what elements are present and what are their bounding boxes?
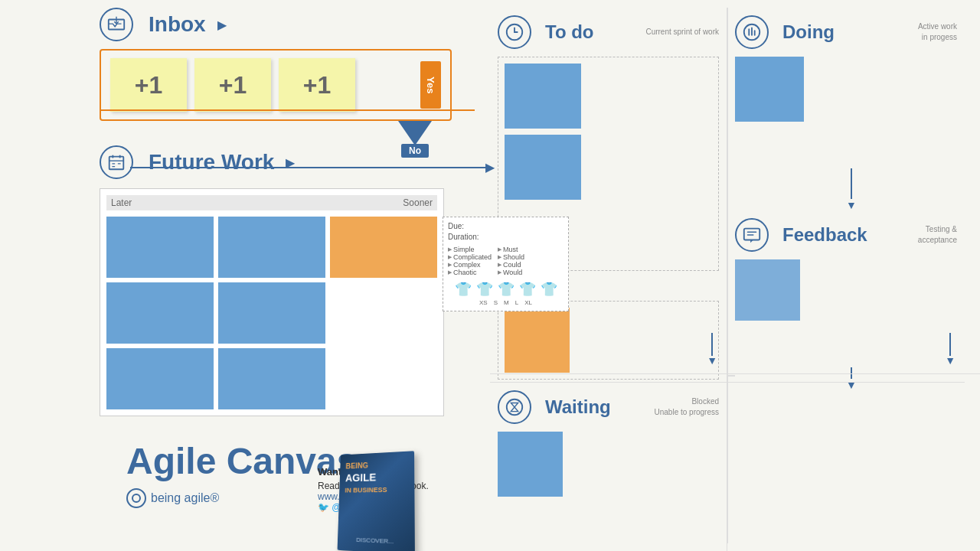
waiting-icon xyxy=(498,390,531,424)
being-agile-logo xyxy=(126,488,146,508)
future-work-icon xyxy=(100,145,133,179)
kanban-h-divider xyxy=(490,373,980,374)
future-card-6[interactable] xyxy=(218,348,325,409)
todo-card-2[interactable] xyxy=(505,135,581,200)
inbox-arrow: ▶ xyxy=(217,18,227,32)
todo-down-arrow: ▼ xyxy=(707,333,717,367)
svg-rect-6 xyxy=(744,229,760,240)
being-agile-text: being agile® xyxy=(151,491,219,505)
future-card-empty xyxy=(330,282,437,344)
doing-feedback-arrow: ▼ xyxy=(846,168,857,211)
h-divider xyxy=(727,375,735,377)
todo-empty-space xyxy=(587,64,712,129)
inbox-card-2[interactable]: +1 xyxy=(194,58,271,112)
future-work-arrow: ▶ xyxy=(286,155,295,170)
future-work-title: Future Work xyxy=(149,150,274,174)
sooner-label: Sooner xyxy=(403,197,433,208)
feedback-card[interactable] xyxy=(735,259,800,321)
tooltip-card: Due: Duration: ▶Simple ▶Complicated ▶Com… xyxy=(443,217,569,311)
future-card-orange-1[interactable]: Due: Duration: ▶Simple ▶Complicated ▶Com… xyxy=(330,217,437,278)
inbox-card-1[interactable]: +1 xyxy=(110,58,187,112)
doing-card[interactable] xyxy=(735,57,804,122)
svg-rect-1 xyxy=(109,157,124,170)
kanban-v-divider xyxy=(727,8,728,543)
feedback-done-arrow: ▼ xyxy=(846,367,857,391)
future-card-4[interactable] xyxy=(218,282,325,344)
todo-card-1[interactable] xyxy=(505,64,581,129)
inbox-icon xyxy=(100,8,133,41)
future-card-empty-2 xyxy=(330,348,437,409)
future-card-2[interactable] xyxy=(218,217,325,278)
slack-card[interactable] xyxy=(505,308,570,373)
book-illustration: BEING AGILE IN BUSINESS DISCOVER... xyxy=(337,452,436,551)
todo-icon xyxy=(498,15,531,49)
waiting-subtitle: Blocked Unable to progress xyxy=(655,396,720,418)
todo-title: To do xyxy=(545,21,594,43)
doing-subtitle: Active work in progess xyxy=(918,21,957,43)
doing-down-arrow: ▼ xyxy=(945,333,956,367)
waiting-card[interactable] xyxy=(498,432,563,497)
inbox-card-3[interactable]: +1 xyxy=(279,58,355,112)
future-card-3[interactable] xyxy=(106,282,214,344)
future-card-5[interactable] xyxy=(106,348,214,409)
future-card-1[interactable] xyxy=(106,217,214,278)
feedback-subtitle: Testing & acceptance xyxy=(918,224,957,246)
feedback-title: Feedback xyxy=(782,224,867,246)
inbox-underline xyxy=(100,109,475,111)
inbox-title: Inbox xyxy=(149,12,206,37)
doing-title: Doing xyxy=(782,21,835,43)
later-label: Later xyxy=(111,197,132,208)
todo-subtitle: Current sprint of work xyxy=(645,27,719,37)
waiting-title: Waiting xyxy=(545,396,611,418)
feedback-icon xyxy=(735,218,769,252)
yes-badge: Yes xyxy=(420,61,441,109)
doing-icon xyxy=(735,15,769,49)
